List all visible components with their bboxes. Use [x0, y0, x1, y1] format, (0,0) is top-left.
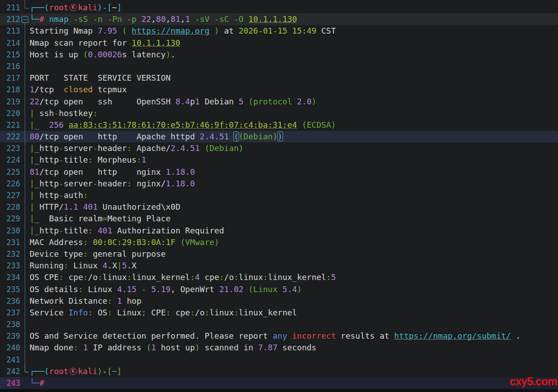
- text-segment: (: [146, 343, 151, 352]
- code-line: 234OS CPE: cpe:/o:linux:linux_kernel:4 c…: [0, 271, 558, 283]
- text-segment: #: [39, 378, 44, 388]
- text-segment: :: [205, 308, 209, 317]
- line-number[interactable]: 231: [0, 237, 20, 248]
- line-content: |_http-title: Morpheus:1: [30, 154, 146, 166]
- text-segment: )-[: [97, 3, 112, 12]
- text-segment: [136, 284, 141, 294]
- line-number[interactable]: 216: [0, 60, 20, 72]
- text-segment: /tcp open http nginx: [39, 167, 166, 177]
- text-segment: 1: [141, 155, 146, 164]
- text-segment: 2.0: [297, 97, 312, 106]
- text-segment: :: [64, 261, 69, 270]
- text-segment: 10.1.1.130: [248, 14, 297, 24]
- gutter-fold-column: [20, 225, 30, 237]
- fold-guide-line: [25, 318, 25, 331]
- code-line: 227| http-auth:: [0, 190, 558, 201]
- line-number[interactable]: 238: [0, 319, 20, 330]
- text-segment: └─: [30, 378, 39, 388]
- code-line: 236Network Distance: 1 hop: [0, 295, 558, 307]
- text-segment: general purpose: [88, 249, 166, 258]
- code-line: 221|_ 256 aa:83:c3:51:78:61:70:e5:b7:46:…: [0, 119, 558, 131]
- line-number[interactable]: 237: [0, 307, 20, 319]
- text-segment: [244, 284, 248, 294]
- text-segment: [: [107, 366, 112, 376]
- text-segment: ,: [151, 14, 156, 24]
- text-segment: [287, 331, 292, 340]
- text-segment: OS details: [30, 284, 78, 294]
- line-number[interactable]: 222: [0, 131, 20, 142]
- text-segment: 1: [30, 85, 35, 94]
- line-number[interactable]: 217: [0, 72, 20, 84]
- text-segment: 0.00026: [88, 50, 122, 59]
- line-number[interactable]: 223: [0, 142, 20, 154]
- text-segment: :: [136, 155, 141, 164]
- line-number[interactable]: 219: [0, 96, 20, 108]
- line-content: Network Distance: 1 hop: [30, 295, 141, 307]
- line-number[interactable]: 224: [0, 154, 20, 166]
- text-segment: header: [98, 179, 127, 188]
- line-number[interactable]: 232: [0, 248, 20, 260]
- line-number[interactable]: 228: [0, 201, 20, 213]
- gutter-fold-column: [20, 201, 30, 213]
- text-segment: 1: [185, 14, 190, 24]
- text-segment: server: [64, 179, 93, 188]
- line-number[interactable]: 233: [0, 260, 20, 271]
- url-link[interactable]: https://nmap.org: [132, 26, 209, 35]
- text-segment: #: [39, 14, 44, 24]
- text-segment: [78, 343, 83, 352]
- fold-guide-line: [25, 119, 25, 131]
- text-segment: cpe: [200, 272, 219, 282]
- line-number[interactable]: 240: [0, 342, 20, 353]
- text-segment: :: [98, 272, 103, 282]
- text-segment: :: [78, 284, 83, 294]
- text-segment: (Debian): [239, 132, 278, 141]
- url-link[interactable]: https://nmap.org/submit/: [394, 331, 511, 340]
- text-segment: .: [170, 50, 175, 59]
- text-segment: aa:83:c3:51:78:61:70:e5:b7:46:9f:07:c4:b…: [69, 120, 297, 129]
- text-segment: Debian: [200, 97, 239, 106]
- text-segment: linux: [209, 308, 234, 317]
- fold-guide-line: [25, 107, 25, 120]
- line-number[interactable]: 243: [0, 377, 20, 389]
- line-number[interactable]: 234: [0, 271, 20, 283]
- text-segment: linux_kernel: [268, 272, 326, 282]
- line-number[interactable]: 225: [0, 166, 20, 178]
- text-segment: |: [30, 108, 35, 118]
- line-number[interactable]: 213: [0, 25, 20, 37]
- line-number[interactable]: 235: [0, 284, 20, 295]
- line-number[interactable]: 220: [0, 108, 20, 119]
- line-number[interactable]: 218: [0, 84, 20, 95]
- text-segment: ): [166, 50, 170, 59]
- text-segment: 5: [122, 261, 127, 270]
- gutter-fold-column: [20, 377, 30, 389]
- text-segment: tcpmux: [93, 85, 127, 94]
- line-number[interactable]: 241: [0, 354, 20, 366]
- line-number[interactable]: 212: [0, 13, 20, 25]
- kali-user-icon: K: [70, 368, 77, 375]
- code-line: 216: [0, 60, 558, 72]
- text-segment: 8.4: [175, 97, 190, 106]
- fold-guide-line: [25, 72, 25, 84]
- text-segment: -: [141, 284, 146, 294]
- text-segment: 2.4.51: [200, 132, 229, 141]
- line-number[interactable]: 226: [0, 178, 20, 190]
- line-number[interactable]: 215: [0, 49, 20, 60]
- text-segment: :: [263, 272, 268, 282]
- text-segment: 1: [83, 343, 88, 352]
- line-number[interactable]: 214: [0, 37, 20, 49]
- line-number[interactable]: 239: [0, 330, 20, 342]
- line-number[interactable]: 229: [0, 213, 20, 224]
- text-segment: 81: [30, 167, 39, 177]
- line-content: OS and Service detection performed. Plea…: [30, 330, 521, 342]
- code-line: 214Nmap scan report for 10.1.1.130: [0, 37, 558, 49]
- line-number[interactable]: 221: [0, 119, 20, 131]
- line-number[interactable]: 236: [0, 295, 20, 307]
- line-number[interactable]: 211: [0, 2, 20, 13]
- line-number[interactable]: 230: [0, 225, 20, 237]
- gutter-fold-column: [20, 271, 30, 283]
- line-content: Running: Linux 4.X|5.X: [30, 260, 136, 271]
- line-number[interactable]: 227: [0, 190, 20, 201]
- line-number[interactable]: 242: [0, 366, 20, 377]
- fold-toggle-icon[interactable]: [22, 16, 28, 23]
- text-segment: 81: [170, 14, 180, 24]
